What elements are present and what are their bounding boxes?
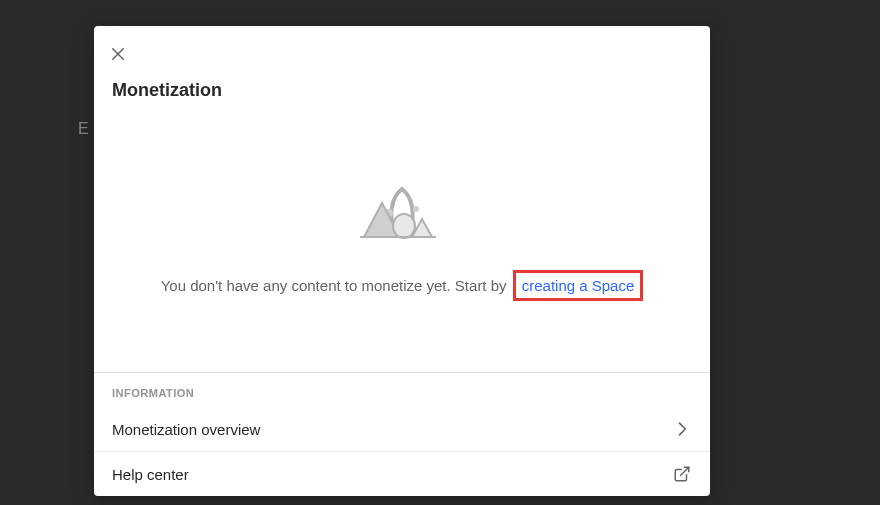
backdrop-partial-text: E <box>78 120 89 138</box>
creating-space-link[interactable]: creating a Space <box>513 270 644 301</box>
empty-state-illustration-icon <box>356 171 448 249</box>
empty-state-text: You don't have any content to monetize y… <box>161 277 644 294</box>
information-header: INFORMATION <box>94 373 710 407</box>
svg-point-3 <box>413 206 419 212</box>
info-row-label: Monetization overview <box>112 421 260 438</box>
close-icon <box>109 45 127 63</box>
chevron-right-icon <box>672 419 692 439</box>
empty-state: You don't have any content to monetize y… <box>94 101 710 372</box>
svg-point-5 <box>393 214 415 238</box>
svg-line-8 <box>681 467 689 475</box>
monetization-overview-row[interactable]: Monetization overview <box>94 407 710 452</box>
info-row-label: Help center <box>112 466 189 483</box>
help-center-row[interactable]: Help center <box>94 452 710 496</box>
monetization-modal: Monetization You don't have any content … <box>94 26 710 496</box>
information-section: INFORMATION Monetization overview Help c… <box>94 372 710 496</box>
empty-state-prefix: You don't have any content to monetize y… <box>161 277 507 294</box>
modal-title: Monetization <box>94 26 710 101</box>
external-link-icon <box>672 464 692 484</box>
close-button[interactable] <box>106 42 130 66</box>
